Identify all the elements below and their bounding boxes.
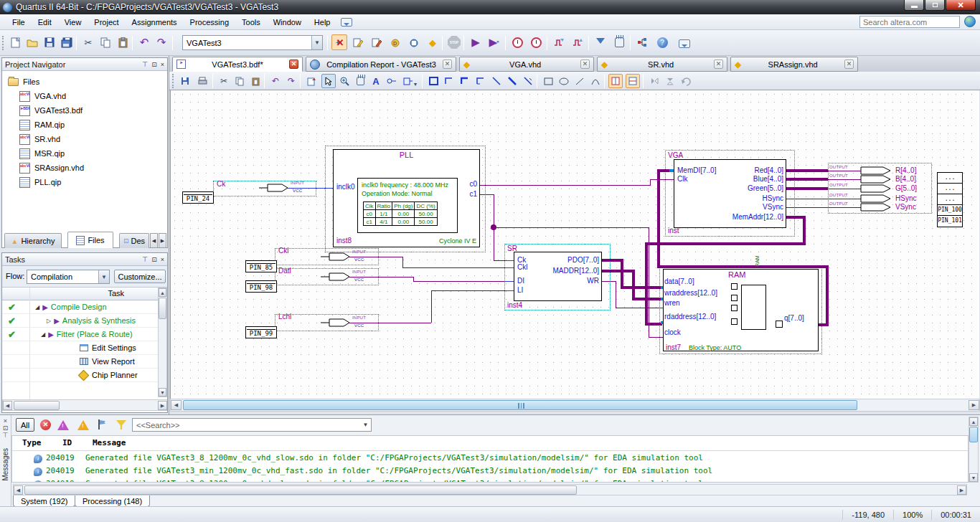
globe-icon[interactable]: [964, 16, 976, 27]
copy-icon[interactable]: [98, 34, 113, 50]
tab-compilation-report[interactable]: Compilation Report - VGATest3 ✕: [306, 57, 456, 72]
simulation-settings-icon[interactable]: [570, 34, 585, 50]
task-row-chip-planner[interactable]: Chip Planner: [2, 369, 159, 382]
net-label-datl[interactable]: Datl: [278, 267, 291, 275]
paste-icon[interactable]: [115, 34, 131, 50]
input-pin-symbol[interactable]: [321, 318, 351, 328]
output-name-hsync[interactable]: HSync: [895, 194, 916, 202]
chevron-down-icon[interactable]: ▼: [360, 419, 371, 431]
menu-edit[interactable]: Edit: [32, 16, 58, 29]
file-msr-qip[interactable]: MSR.qip: [19, 147, 65, 160]
tab-hierarchy[interactable]: ▲Hierarchy: [4, 233, 62, 248]
bus-pdo[interactable]: [621, 259, 623, 289]
canvas-hscrollbar[interactable]: ◀ ▶: [170, 399, 980, 412]
stop-processing-icon[interactable]: ✦✕: [331, 34, 347, 50]
scroll-thumb[interactable]: [969, 427, 978, 442]
help-icon[interactable]: ?: [654, 34, 670, 50]
pin-icon[interactable]: ⊤: [142, 256, 148, 263]
scroll-down-icon[interactable]: ▼: [159, 388, 166, 397]
close-tab-icon[interactable]: ✕: [580, 60, 590, 69]
scroll-thumb[interactable]: [159, 298, 166, 319]
net-label-lchl[interactable]: Lchl: [278, 313, 291, 321]
text-tool-icon[interactable]: A: [369, 74, 383, 88]
chevron-down-icon[interactable]: ▼: [98, 270, 109, 283]
file-vga-vhd[interactable]: abcVHDVGA.vhd: [19, 90, 66, 103]
cut-icon[interactable]: ✂: [217, 74, 231, 88]
output-pin-symbol[interactable]: [860, 203, 892, 212]
wire-c0[interactable]: [480, 185, 650, 186]
menu-file[interactable]: File: [6, 16, 32, 29]
tab-vgatest3-bdf[interactable]: ➤ VGATest3.bdf* ✕: [172, 57, 303, 72]
flag-filter-icon[interactable]: [98, 419, 106, 430]
scroll-thumb[interactable]: [183, 400, 857, 410]
bus-memdi-loop[interactable]: [657, 169, 660, 268]
col-id[interactable]: ID: [62, 438, 72, 447]
partition-tool-icon[interactable]: [608, 74, 623, 88]
tab-srassign-vhd[interactable]: ◆ SRAssign.vhd ✕: [730, 57, 858, 72]
open-file-icon[interactable]: [24, 34, 40, 50]
bus-maddr[interactable]: [602, 270, 635, 272]
diagonal-bus-tool-icon[interactable]: [505, 74, 519, 88]
timing-analyzer-icon[interactable]: [528, 34, 544, 50]
pin-planner-icon[interactable]: [369, 34, 385, 50]
close-panel-icon[interactable]: ×: [4, 417, 7, 424]
file-pll-qip[interactable]: PLL.qip: [19, 176, 61, 189]
wire-c0[interactable]: [650, 179, 674, 180]
pin-tool-icon[interactable]: [385, 74, 399, 88]
output-name-g[interactable]: G[5..0]: [895, 184, 917, 192]
task-row-view-report[interactable]: View Report: [2, 355, 159, 369]
scroll-left-icon[interactable]: ◀: [3, 401, 12, 410]
feedback-toolbar-icon[interactable]: [674, 36, 690, 52]
close-panel-icon[interactable]: ×: [161, 256, 164, 263]
pin-icon[interactable]: ⊤: [142, 61, 148, 68]
close-tab-icon[interactable]: ✕: [443, 60, 452, 69]
device-icon[interactable]: [406, 34, 422, 50]
menu-project[interactable]: Project: [88, 16, 125, 29]
copy-icon[interactable]: [232, 74, 247, 88]
funnel-icon[interactable]: [116, 420, 126, 430]
output-name-r[interactable]: R[4..0]: [895, 166, 916, 174]
wire-green[interactable]: [828, 189, 861, 189]
wire-red[interactable]: [828, 171, 861, 171]
messages-vscrollbar[interactable]: ▲ ▼: [969, 417, 979, 483]
rtl-viewer-icon[interactable]: [634, 34, 650, 50]
toolbar-grip[interactable]: [2, 36, 4, 50]
scroll-left-icon[interactable]: ◀: [171, 400, 182, 410]
pin-assignment-box[interactable]: PIN_99: [245, 326, 277, 338]
wire-clock[interactable]: [649, 337, 663, 338]
save-icon[interactable]: [42, 34, 57, 50]
restore-button[interactable]: [925, 0, 945, 11]
bus-pdo[interactable]: [621, 286, 662, 289]
tab-scroll-right-icon[interactable]: ▶: [159, 233, 166, 248]
save-all-icon[interactable]: [59, 34, 75, 50]
line-tool-icon[interactable]: [573, 74, 587, 88]
programmer-icon[interactable]: [593, 33, 608, 49]
scroll-right-icon[interactable]: ▶: [158, 401, 167, 410]
undo-icon[interactable]: ↶: [268, 74, 283, 88]
output-pin-symbol[interactable]: [860, 175, 892, 184]
altera-search-input[interactable]: [859, 16, 960, 28]
detach-icon[interactable]: [304, 74, 319, 88]
task-row-fitter[interactable]: ✔ ◢ ▶ Fitter (Place & Route): [2, 328, 159, 341]
bus-green[interactable]: [786, 187, 828, 190]
tab-system[interactable]: System (192): [13, 495, 75, 507]
bus-memaddr[interactable]: [645, 242, 648, 326]
block-tool-icon[interactable]: [426, 74, 440, 88]
net-label-ck[interactable]: Ck: [217, 180, 225, 188]
close-tab-icon[interactable]: ✕: [289, 60, 298, 69]
tree-root-files[interactable]: Files: [8, 75, 39, 88]
file-sr-vhd[interactable]: abcVHDSR.vhd: [19, 133, 60, 146]
netlist-icon[interactable]: ◆: [425, 34, 440, 50]
wire-lchl[interactable]: [431, 290, 432, 323]
redo-icon[interactable]: ↷: [284, 74, 298, 88]
assignment-editor-icon[interactable]: [350, 34, 366, 50]
print-icon[interactable]: [195, 74, 209, 88]
task-row-analysis-synthesis[interactable]: ✔ ▷ ▶ Analysis & Synthesis: [2, 314, 159, 328]
bus-memaddr[interactable]: [645, 242, 806, 245]
schematic-canvas[interactable]: PLL inclk0 c0 c1 inclk0 frequency : 48.0…: [170, 90, 979, 399]
undo-icon[interactable]: ↶: [136, 34, 152, 50]
tab-vga-vhd[interactable]: ◆ VGA.vhd ✕: [459, 57, 594, 72]
pin-assignment-box[interactable]: PIN_85: [245, 260, 277, 272]
tree-expander-icon[interactable]: ▷: [47, 318, 51, 324]
messages-hscrollbar[interactable]: ◀ ▶: [13, 484, 967, 495]
